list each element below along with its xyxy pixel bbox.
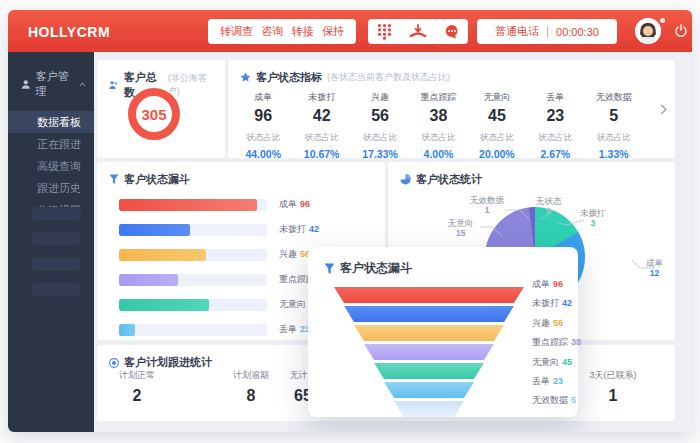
call-timer: 00:00:30 — [556, 26, 599, 38]
funnel-segment — [334, 382, 524, 398]
metric-col: 无意向 45 状态占比 20.00% — [468, 86, 526, 154]
metric-col: 无效数据 5 状态占比 1.33% — [585, 86, 643, 154]
sidebar-item-dashboard[interactable]: 数据看板 — [8, 111, 94, 133]
app-window: HOLLYCRM 转调查 咨询 转接 保持 — [8, 10, 692, 432]
user-icon — [21, 79, 31, 90]
top-bar: HOLLYCRM 转调查 咨询 转接 保持 — [8, 10, 692, 52]
funnel-segment — [334, 306, 524, 322]
sidebar: 客户管理 数据看板 正在跟进 高级查询 跟进历史 公海设置 — [8, 52, 94, 432]
phone-mode-label: 普通电话 — [495, 24, 539, 39]
funnel-modal: 客户状态漏斗 成单96 未拨打42 兴趣56 重点跟踪38 无意向45 丢单23… — [308, 247, 578, 417]
plan-stat: 计划正常 2 — [89, 369, 185, 405]
sidebar-item-history[interactable]: 跟进历史 — [8, 177, 94, 199]
target-icon — [109, 358, 119, 368]
metric-col: 兴趣 56 状态占比 17.33% — [351, 86, 409, 154]
panel-customer-total: 客户总数 (非公海客户) 305 — [97, 60, 225, 158]
transfer-survey-button[interactable]: 转调查 — [220, 24, 253, 39]
metric-col: 重点跟踪 38 状态占比 4.00% — [409, 86, 467, 154]
pie-callout: 无效数据1 — [470, 195, 504, 215]
consult-button[interactable]: 咨询 — [261, 24, 283, 39]
funnel-segment — [334, 401, 524, 417]
sidebar-item-placeholder — [32, 207, 80, 220]
dialpad-icon[interactable] — [377, 23, 392, 40]
panel-title: 客户计划跟进统计 — [124, 355, 212, 370]
call-tools-group — [368, 19, 468, 44]
metric-col: 成单 96 状态占比 44.00% — [234, 86, 292, 154]
panel-title: 客户状态漏斗 — [124, 172, 190, 187]
sidebar-item-placeholder — [32, 232, 80, 245]
funnel-icon — [324, 263, 335, 275]
power-icon[interactable] — [674, 24, 688, 38]
transfer-button[interactable]: 转接 — [292, 24, 314, 39]
chat-icon[interactable] — [444, 24, 460, 39]
pie-callout: 成单12 — [646, 258, 663, 278]
customers-icon — [109, 80, 119, 90]
panel-status-metrics: 客户状态指标 (各状态当前客户数及状态占比) 成单 96 状态占比 44.00%… — [228, 60, 675, 158]
metric-col: 丢单 23 状态占比 2.67% — [526, 86, 584, 154]
sidebar-item-placeholder — [32, 258, 80, 271]
brand-logo: HOLLYCRM — [28, 24, 110, 40]
modal-title: 客户状态漏斗 — [340, 260, 412, 277]
star-icon — [240, 72, 251, 83]
funnel-chart — [334, 287, 524, 420]
funnel-legend: 成单96 未拨打42 兴趣56 重点跟踪38 无意向45 丢单23 无效数据5 — [532, 278, 581, 414]
panel-subtitle: (各状态当前客户数及状态占比) — [327, 71, 450, 84]
pie-callout: 无状态0 — [536, 196, 562, 216]
total-value: 305 — [141, 106, 166, 123]
hold-button[interactable]: 保持 — [322, 24, 344, 39]
panel-title: 客户状态指标 — [256, 70, 322, 85]
funnel-segment — [334, 363, 524, 379]
sidebar-item-placeholder — [32, 283, 80, 296]
funnel-segment — [334, 344, 524, 360]
notification-dot — [660, 18, 665, 23]
avatar-image — [635, 18, 661, 44]
sidebar-item-adv-query[interactable]: 高级查询 — [8, 155, 94, 177]
funnel-segment — [334, 287, 524, 303]
call-actions-group: 转调查 咨询 转接 保持 — [208, 19, 356, 44]
sidebar-section-label: 客户管理 — [36, 69, 74, 99]
sidebar-section-customer-mgmt[interactable]: 客户管理 — [8, 52, 94, 111]
pie-callout: 无意向15 — [448, 218, 474, 238]
panel-subtitle: (非公海客户) — [168, 72, 213, 98]
sidebar-item-following[interactable]: 正在跟进 — [8, 133, 94, 155]
pie-callout: 未拨打3 — [580, 208, 606, 228]
funnel-bar-row: 未拨打42 — [119, 217, 375, 242]
metric-col: 未拨打 42 状态占比 10.67% — [292, 86, 350, 154]
funnel-segment — [334, 325, 524, 341]
funnel-icon — [109, 174, 119, 185]
hang-up-icon[interactable] — [409, 24, 427, 40]
avatar[interactable] — [635, 18, 661, 44]
metrics-row: 成单 96 状态占比 44.00% 未拨打 42 状态占比 10.67% 兴趣 … — [234, 86, 643, 154]
main-content: 客户总数 (非公海客户) 305 客户状态指标 (各状态当前客户数及状态占比) … — [94, 52, 692, 432]
next-page-icon[interactable] — [660, 104, 667, 115]
chevron-up-icon — [79, 82, 86, 87]
divider — [547, 26, 548, 38]
funnel-bar-row: 成单96 — [119, 192, 375, 217]
phone-status[interactable]: 普通电话 00:00:30 — [477, 19, 617, 44]
total-donut-chart: 305 — [128, 88, 180, 140]
